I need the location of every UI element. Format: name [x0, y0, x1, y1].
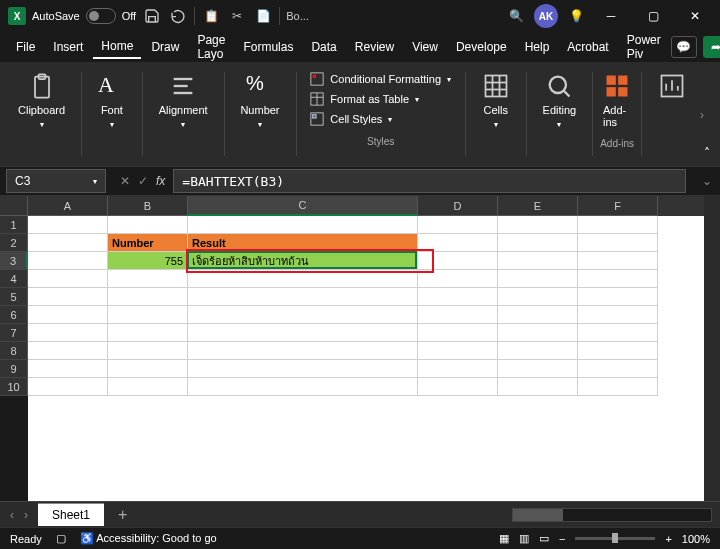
- menu-data[interactable]: Data: [303, 36, 344, 58]
- cell-A1[interactable]: [28, 216, 108, 234]
- cell-A6[interactable]: [28, 306, 108, 324]
- accept-formula-icon[interactable]: ✓: [138, 174, 148, 188]
- menu-insert[interactable]: Insert: [45, 36, 91, 58]
- zoom-out-button[interactable]: −: [559, 533, 565, 545]
- menu-powerpivot[interactable]: Power Piv: [619, 29, 669, 65]
- cell-D9[interactable]: [418, 360, 498, 378]
- minimize-button[interactable]: ─: [594, 2, 628, 30]
- cell-D3[interactable]: [418, 252, 498, 270]
- cell-C8[interactable]: [188, 342, 418, 360]
- horizontal-scrollbar[interactable]: [512, 508, 712, 522]
- row-header-7[interactable]: 7: [0, 324, 28, 342]
- cell-B8[interactable]: [108, 342, 188, 360]
- cell-D6[interactable]: [418, 306, 498, 324]
- font-button[interactable]: A Font▾: [94, 68, 130, 133]
- cells-button[interactable]: Cells▾: [478, 68, 514, 133]
- cell-B5[interactable]: [108, 288, 188, 306]
- cell-D8[interactable]: [418, 342, 498, 360]
- number-button[interactable]: % Number▾: [236, 68, 283, 133]
- cell-C2[interactable]: Result: [188, 234, 418, 252]
- cell-C10[interactable]: [188, 378, 418, 396]
- cell-E7[interactable]: [498, 324, 578, 342]
- conditional-formatting-button[interactable]: Conditional Formatting ▾: [306, 70, 455, 88]
- menu-help[interactable]: Help: [517, 36, 558, 58]
- formula-input[interactable]: =BAHTTEXT(B3): [173, 169, 686, 193]
- col-header-A[interactable]: A: [28, 196, 108, 216]
- format-as-table-button[interactable]: Format as Table ▾: [306, 90, 455, 108]
- cell-styles-button[interactable]: Cell Styles ▾: [306, 110, 455, 128]
- cell-A7[interactable]: [28, 324, 108, 342]
- maximize-button[interactable]: ▢: [636, 2, 670, 30]
- vertical-scrollbar[interactable]: [704, 196, 720, 501]
- row-header-8[interactable]: 8: [0, 342, 28, 360]
- save-icon[interactable]: [142, 6, 162, 26]
- cell-A2[interactable]: [28, 234, 108, 252]
- cell-A10[interactable]: [28, 378, 108, 396]
- menu-file[interactable]: File: [8, 36, 43, 58]
- cell-B2[interactable]: Number: [108, 234, 188, 252]
- ribbon-scroll-right[interactable]: ›: [700, 68, 712, 122]
- autosave-toggle[interactable]: AutoSave Off: [32, 8, 136, 24]
- cell-A5[interactable]: [28, 288, 108, 306]
- row-header-10[interactable]: 10: [0, 378, 28, 396]
- cell-D1[interactable]: [418, 216, 498, 234]
- cell-B9[interactable]: [108, 360, 188, 378]
- add-sheet-button[interactable]: +: [104, 506, 141, 524]
- sheet-prev-icon[interactable]: ‹: [10, 508, 14, 522]
- cell-D2[interactable]: [418, 234, 498, 252]
- cell-E5[interactable]: [498, 288, 578, 306]
- cell-F9[interactable]: [578, 360, 658, 378]
- undo-icon[interactable]: [168, 6, 188, 26]
- avatar[interactable]: AK: [534, 4, 558, 28]
- cell-E1[interactable]: [498, 216, 578, 234]
- cell-A3[interactable]: [28, 252, 108, 270]
- cell-C3[interactable]: เจ็ดร้อยห้าสิบห้าบาทถ้วน: [188, 252, 418, 270]
- copy-icon[interactable]: 📄: [253, 6, 273, 26]
- cell-E8[interactable]: [498, 342, 578, 360]
- row-header-5[interactable]: 5: [0, 288, 28, 306]
- col-header-D[interactable]: D: [418, 196, 498, 216]
- macro-record-icon[interactable]: ▢: [56, 532, 66, 545]
- cell-C7[interactable]: [188, 324, 418, 342]
- cell-A4[interactable]: [28, 270, 108, 288]
- menu-formulas[interactable]: Formulas: [235, 36, 301, 58]
- menu-home[interactable]: Home: [93, 35, 141, 59]
- cell-E10[interactable]: [498, 378, 578, 396]
- cell-C9[interactable]: [188, 360, 418, 378]
- view-normal-icon[interactable]: ▦: [499, 532, 509, 545]
- col-header-B[interactable]: B: [108, 196, 188, 216]
- cell-F8[interactable]: [578, 342, 658, 360]
- cell-B1[interactable]: [108, 216, 188, 234]
- chevron-down-icon[interactable]: ▾: [93, 177, 97, 186]
- cell-E9[interactable]: [498, 360, 578, 378]
- row-header-3[interactable]: 3: [0, 252, 28, 270]
- cell-C6[interactable]: [188, 306, 418, 324]
- cancel-formula-icon[interactable]: ✕: [120, 174, 130, 188]
- cell-E4[interactable]: [498, 270, 578, 288]
- menu-draw[interactable]: Draw: [143, 36, 187, 58]
- cell-D4[interactable]: [418, 270, 498, 288]
- cell-F3[interactable]: [578, 252, 658, 270]
- fx-icon[interactable]: fx: [156, 174, 165, 188]
- cell-E3[interactable]: [498, 252, 578, 270]
- cell-D5[interactable]: [418, 288, 498, 306]
- doc-title[interactable]: Bo...: [286, 6, 309, 26]
- share-button[interactable]: ➦: [703, 36, 720, 58]
- paste-icon[interactable]: 📋: [201, 6, 221, 26]
- comments-button[interactable]: 💬: [671, 36, 697, 58]
- cell-D7[interactable]: [418, 324, 498, 342]
- cell-C1[interactable]: [188, 216, 418, 234]
- cells-area[interactable]: NumberResult755เจ็ดร้อยห้าสิบห้าบาทถ้วน: [28, 216, 704, 501]
- cell-D10[interactable]: [418, 378, 498, 396]
- menu-review[interactable]: Review: [347, 36, 402, 58]
- row-header-4[interactable]: 4: [0, 270, 28, 288]
- col-header-E[interactable]: E: [498, 196, 578, 216]
- addins-button[interactable]: Add-ins: [599, 68, 635, 132]
- cell-B7[interactable]: [108, 324, 188, 342]
- cell-B6[interactable]: [108, 306, 188, 324]
- row-header-1[interactable]: 1: [0, 216, 28, 234]
- lightbulb-icon[interactable]: 💡: [566, 6, 586, 26]
- cell-E2[interactable]: [498, 234, 578, 252]
- view-page-icon[interactable]: ▥: [519, 532, 529, 545]
- cell-A9[interactable]: [28, 360, 108, 378]
